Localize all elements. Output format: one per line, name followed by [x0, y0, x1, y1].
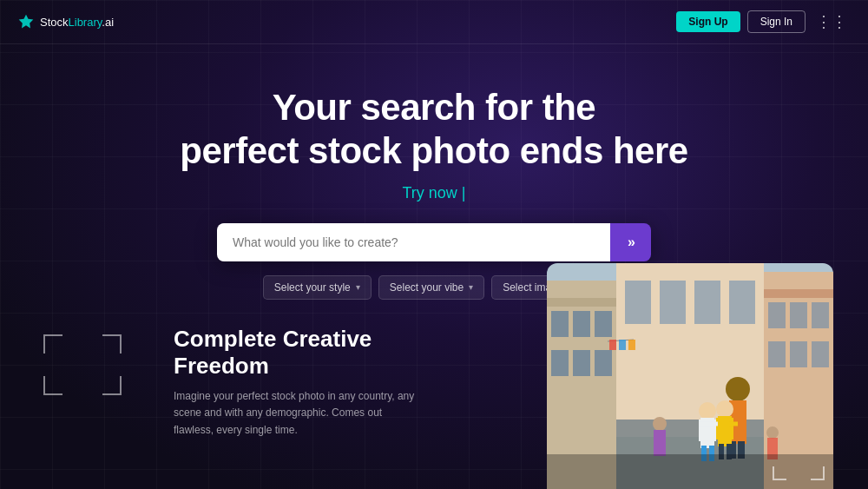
- nav-actions: Sign Up Sign In ⋮⋮: [676, 9, 851, 35]
- svg-rect-15: [768, 341, 786, 367]
- style-filter-chevron: ▾: [356, 282, 360, 292]
- svg-rect-19: [625, 281, 651, 324]
- svg-rect-20: [660, 281, 686, 324]
- logo: StockLibrary.ai: [17, 13, 114, 30]
- bracket-bottom-left: [43, 376, 62, 395]
- search-container: »: [0, 223, 868, 261]
- svg-rect-12: [768, 302, 786, 328]
- grid-menu-icon[interactable]: ⋮⋮: [812, 9, 851, 35]
- svg-rect-6: [595, 311, 612, 337]
- creative-description: Imagine your perfect stock photo in any …: [174, 388, 417, 439]
- svg-rect-5: [573, 311, 590, 337]
- svg-rect-25: [619, 340, 626, 350]
- logo-text: StockLibrary.ai: [40, 16, 114, 29]
- search-arrow-icon: »: [628, 235, 634, 250]
- svg-rect-21: [694, 281, 720, 324]
- svg-rect-26: [628, 340, 635, 350]
- search-input[interactable]: [217, 223, 610, 261]
- vibe-filter-chevron: ▾: [469, 282, 473, 292]
- style-filter[interactable]: Select your style ▾: [263, 275, 372, 300]
- svg-rect-4: [551, 311, 569, 337]
- bracket-right-bottom-left: [773, 466, 786, 480]
- logo-icon: [17, 13, 35, 30]
- corner-brackets-left: [43, 334, 122, 395]
- search-button[interactable]: »: [610, 223, 651, 261]
- hero-section: Your search for the perfect stock photo …: [0, 44, 868, 300]
- svg-rect-7: [551, 350, 569, 376]
- signin-button[interactable]: Sign In: [747, 10, 806, 33]
- signup-button[interactable]: Sign Up: [676, 11, 740, 32]
- svg-rect-22: [729, 281, 755, 324]
- navbar: StockLibrary.ai Sign Up Sign In ⋮⋮: [0, 0, 868, 44]
- svg-rect-16: [790, 341, 807, 367]
- svg-rect-11: [764, 289, 833, 298]
- vibe-filter-label: Select your vibe: [390, 281, 464, 294]
- creative-title: Complete Creative Freedom: [174, 326, 417, 380]
- svg-marker-0: [19, 15, 34, 29]
- svg-rect-8: [573, 350, 590, 376]
- bracket-bottom-right: [102, 376, 122, 395]
- svg-rect-50: [654, 430, 666, 456]
- style-filter-label: Select your style: [274, 281, 351, 294]
- hero-cta[interactable]: Try now |: [0, 184, 868, 202]
- svg-rect-13: [790, 302, 807, 328]
- svg-point-29: [726, 377, 750, 401]
- svg-rect-43: [716, 418, 720, 439]
- svg-point-51: [766, 426, 779, 439]
- creative-content: Complete Creative Freedom Imagine your p…: [174, 326, 417, 439]
- svg-rect-14: [812, 302, 829, 328]
- svg-point-49: [653, 417, 667, 431]
- search-bar: »: [217, 223, 651, 261]
- bracket-top-left: [43, 334, 62, 354]
- svg-rect-44: [729, 418, 733, 439]
- bracket-right-bottom-right: [811, 466, 825, 480]
- svg-rect-17: [812, 341, 829, 367]
- hero-title: Your search for the perfect stock photo …: [0, 86, 868, 174]
- vibe-filter[interactable]: Select your vibe ▾: [378, 275, 484, 300]
- svg-point-35: [699, 402, 716, 420]
- svg-rect-3: [547, 298, 616, 307]
- svg-rect-32: [741, 402, 746, 433]
- svg-point-41: [716, 400, 733, 418]
- svg-rect-24: [609, 340, 616, 350]
- bracket-top-right: [102, 334, 122, 354]
- corner-brackets-right: [773, 446, 825, 480]
- svg-rect-9: [595, 350, 612, 376]
